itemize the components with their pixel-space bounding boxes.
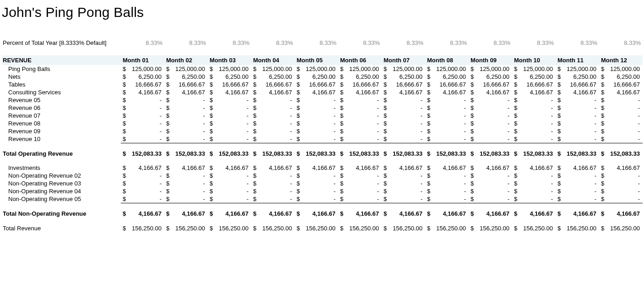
- currency-symbol: $: [384, 81, 387, 88]
- total-nonoperating-value-m7: $4,166.67: [382, 210, 425, 218]
- currency-symbol: $: [384, 120, 387, 127]
- percent-value-m4: 8.33%: [251, 38, 295, 55]
- nonoperating-2-value-m2: $-: [164, 172, 208, 180]
- currency-symbol: $: [601, 73, 604, 80]
- currency-symbol: $: [210, 128, 213, 135]
- operating-6-value-m7: $-: [382, 104, 425, 112]
- operating-10-value-m12: $-: [599, 135, 643, 143]
- currency-symbol: $: [253, 150, 256, 157]
- operating-row-label: Revenue 10: [2, 135, 121, 143]
- total-nonoperating-value-m11: $4,166.67: [556, 210, 599, 218]
- currency-symbol: $: [253, 89, 256, 96]
- page-title: John's Ping Pong Balls: [2, 5, 642, 20]
- operating-10-value-m3: $-: [208, 135, 251, 143]
- operating-7-value-m9: $-: [469, 112, 512, 120]
- operating-5-value-m1: $-: [121, 96, 164, 104]
- currency-symbol: $: [123, 180, 126, 187]
- operating-6-value-m3: $-: [208, 104, 251, 112]
- nonoperating-3-value-m4: $-: [251, 180, 295, 187]
- operating-2-value-m1: $6,250.00: [121, 73, 164, 81]
- currency-symbol: $: [210, 97, 213, 103]
- currency-symbol: $: [253, 196, 256, 202]
- currency-symbol: $: [384, 164, 387, 171]
- currency-symbol: $: [253, 136, 256, 142]
- operating-4-value-m12: $4,166.67: [599, 88, 643, 96]
- total-revenue-value-m2: $156,250.00: [164, 224, 208, 233]
- operating-9-value-m12: $-: [599, 127, 643, 135]
- operating-10-value-m5: $-: [295, 135, 338, 143]
- operating-2-value-m4: $6,250.00: [251, 73, 295, 81]
- operating-1-value-m2: $125,000.00: [164, 65, 208, 73]
- nonoperating-2-value-m11: $-: [556, 172, 599, 180]
- nonoperating-1-value-m2: $4,166.67: [164, 164, 208, 172]
- nonoperating-4-value-m2: $-: [164, 187, 208, 195]
- currency-symbol: $: [210, 150, 213, 157]
- currency-symbol: $: [297, 89, 300, 96]
- currency-symbol: $: [384, 180, 387, 187]
- total-nonoperating-value-m2: $4,166.67: [164, 210, 208, 218]
- total-nonoperating-label: Total Non-Operating Revenue: [2, 210, 121, 218]
- total-operating-value-m3: $152,083.33: [208, 149, 251, 158]
- operating-7-value-m12: $-: [599, 112, 643, 120]
- operating-2-value-m5: $6,250.00: [295, 73, 338, 81]
- total-nonoperating-value-m4: $4,166.67: [251, 210, 295, 218]
- month-header-4: Month 04: [251, 55, 295, 65]
- nonoperating-4-value-m6: $-: [338, 187, 382, 195]
- operating-3-value-m5: $16,666.67: [295, 81, 338, 88]
- operating-9-value-m3: $-: [208, 127, 251, 135]
- operating-row-4: Consulting Services$4,166.67$4,166.67$4,…: [2, 88, 643, 96]
- nonoperating-2-value-m8: $-: [425, 172, 469, 180]
- nonoperating-1-value-m7: $4,166.67: [382, 164, 425, 172]
- operating-10-value-m7: $-: [382, 135, 425, 143]
- operating-row-8: Revenue 08$-$-$-$-$-$-$-$-$-$-$-$-: [2, 120, 643, 127]
- nonoperating-row-3: Non-Operating Revenue 03$-$-$-$-$-$-$-$-…: [2, 180, 643, 187]
- currency-symbol: $: [340, 225, 343, 232]
- percent-value-m1: 8.33%: [121, 38, 164, 55]
- currency-symbol: $: [471, 73, 474, 80]
- operating-row-label: Revenue 05: [2, 96, 121, 104]
- currency-symbol: $: [557, 136, 561, 142]
- currency-symbol: $: [297, 172, 300, 179]
- operating-1-value-m6: $125,000.00: [338, 65, 382, 73]
- operating-9-value-m9: $-: [469, 127, 512, 135]
- nonoperating-2-value-m1: $-: [121, 172, 164, 180]
- nonoperating-5-value-m10: $-: [512, 195, 556, 203]
- operating-5-value-m2: $-: [164, 96, 208, 104]
- month-header-5: Month 05: [295, 55, 338, 65]
- percent-value-m3: 8.33%: [208, 38, 251, 55]
- nonoperating-row-5: Non-Operating Revenue 05$-$-$-$-$-$-$-$-…: [2, 195, 643, 203]
- operating-row-2: Nets$6,250.00$6,250.00$6,250.00$6,250.00…: [2, 73, 643, 81]
- currency-symbol: $: [514, 65, 517, 72]
- currency-symbol: $: [427, 104, 430, 111]
- currency-symbol: $: [166, 89, 169, 96]
- currency-symbol: $: [123, 97, 126, 103]
- currency-symbol: $: [253, 73, 256, 80]
- currency-symbol: $: [601, 65, 604, 72]
- currency-symbol: $: [514, 128, 517, 135]
- currency-symbol: $: [514, 225, 517, 232]
- total-nonoperating-value-m8: $4,166.67: [425, 210, 469, 218]
- currency-symbol: $: [427, 112, 430, 119]
- operating-9-value-m11: $-: [556, 127, 599, 135]
- operating-4-value-m7: $4,166.67: [382, 88, 425, 96]
- currency-symbol: $: [166, 104, 169, 111]
- operating-7-value-m11: $-: [556, 112, 599, 120]
- percent-value-m2: 8.33%: [164, 38, 208, 55]
- operating-4-value-m8: $4,166.67: [425, 88, 469, 96]
- total-revenue-value-m12: $156,250.00: [599, 224, 643, 233]
- nonoperating-3-value-m12: $-: [599, 180, 643, 187]
- currency-symbol: $: [123, 89, 126, 96]
- currency-symbol: $: [384, 172, 387, 179]
- operating-row-label: Consulting Services: [2, 88, 121, 96]
- operating-row-label: Nets: [2, 73, 121, 81]
- currency-symbol: $: [557, 97, 561, 103]
- currency-symbol: $: [253, 112, 256, 119]
- nonoperating-2-value-m9: $-: [469, 172, 512, 180]
- currency-symbol: $: [166, 136, 169, 142]
- total-revenue-value-m6: $156,250.00: [338, 224, 382, 233]
- currency-symbol: $: [384, 210, 387, 217]
- nonoperating-4-value-m8: $-: [425, 187, 469, 195]
- currency-symbol: $: [253, 210, 256, 217]
- operating-7-value-m4: $-: [251, 112, 295, 120]
- operating-6-value-m11: $-: [556, 104, 599, 112]
